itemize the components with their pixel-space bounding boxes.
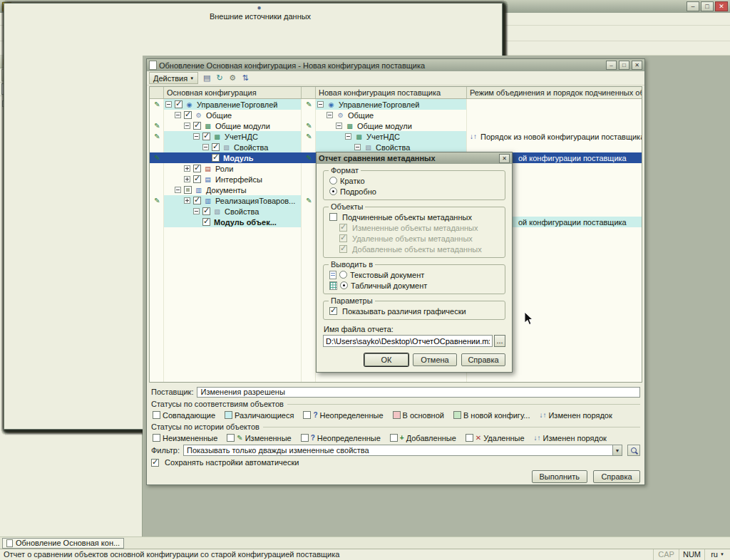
- row-checkbox[interactable]: [202, 133, 210, 140]
- order-icon[interactable]: ⇅: [239, 72, 252, 85]
- expand-icon[interactable]: [193, 133, 200, 140]
- settings-icon[interactable]: ⚙: [226, 72, 239, 85]
- changed-flag-icon: ✎: [306, 133, 312, 140]
- show-differences-option[interactable]: Показывать различия графически: [329, 306, 499, 316]
- status-bar: Отчет о сравнении объектов основной конф…: [0, 549, 730, 560]
- configuration-tree: ◉УправлениеТорговлей✎⚙Общие≡Константы▤Сп…: [0, 96, 142, 536]
- row-checkbox[interactable]: [193, 122, 201, 130]
- help-button[interactable]: Справка: [593, 470, 640, 483]
- expand-icon[interactable]: [327, 112, 333, 118]
- radio-selected-icon[interactable]: [340, 281, 348, 289]
- radio-selected-icon[interactable]: [329, 187, 337, 195]
- object-name: Общие модули: [356, 122, 413, 130]
- row-checkbox[interactable]: [175, 100, 182, 108]
- checkbox-icon[interactable]: [329, 213, 337, 221]
- run-button[interactable]: Выполнить: [532, 470, 587, 483]
- row-checkbox[interactable]: [193, 175, 201, 183]
- changed-flag-icon: ✎: [154, 122, 160, 130]
- changed-flag-icon: ✎: [154, 154, 160, 162]
- status-checkbox[interactable]: [393, 411, 401, 419]
- expand-icon[interactable]: [336, 123, 342, 129]
- dialog-title-bar[interactable]: Отчет сравнения метаданных: [317, 152, 512, 164]
- row-checkbox[interactable]: [202, 207, 210, 215]
- row-checkbox[interactable]: [212, 154, 220, 162]
- history-status-item-4: +Добавленные: [390, 434, 456, 442]
- expand-icon[interactable]: [354, 144, 361, 150]
- child-minimize-button[interactable]: [606, 61, 617, 70]
- status-label: Добавленные: [406, 434, 456, 442]
- comparison-row-4[interactable]: ✎▩УчетНДС✎▩УчетНДС↓↑Порядок из новой кон…: [150, 131, 642, 142]
- comparison-row-3[interactable]: ✎▩Общие модули✎▩Общие модули: [150, 120, 642, 131]
- refresh-icon[interactable]: ↻: [213, 72, 226, 85]
- update-actions-button[interactable]: Действия: [149, 72, 198, 84]
- expand-icon[interactable]: [202, 144, 209, 150]
- expand-icon[interactable]: [175, 112, 181, 118]
- report-filename-input[interactable]: [323, 335, 493, 347]
- ok-button[interactable]: ОК: [364, 353, 408, 366]
- dialog-close-button[interactable]: [499, 154, 510, 163]
- status-checkbox[interactable]: [390, 434, 398, 442]
- status-label: В новой конфигу...: [463, 411, 530, 420]
- child-maximize-button[interactable]: [619, 61, 629, 70]
- update-window-titlebar[interactable]: Обновление Основная конфигурация - Новая…: [147, 59, 644, 71]
- close-button[interactable]: [715, 1, 728, 11]
- cancel-button[interactable]: Отмена: [413, 353, 457, 366]
- expand-icon[interactable]: [317, 101, 324, 108]
- language-indicator[interactable]: ru: [704, 549, 730, 560]
- status-checkbox[interactable]: [153, 411, 160, 419]
- format-detailed-option[interactable]: Подробно: [329, 186, 499, 197]
- status-label: Совпадающие: [163, 411, 215, 420]
- table-document-option[interactable]: Табличный документ: [329, 280, 499, 291]
- status-checkbox[interactable]: [466, 434, 473, 442]
- row-checkbox[interactable]: [193, 165, 201, 172]
- autosave-checkbox[interactable]: [151, 459, 159, 467]
- expand-icon[interactable]: [184, 123, 190, 129]
- subordinate-objects-option[interactable]: Подчиненные объекты метаданных: [329, 212, 499, 222]
- format-brief-option[interactable]: Кратко: [329, 175, 499, 186]
- changed-flag-icon: ✎: [306, 197, 312, 204]
- status-checkbox[interactable]: [225, 411, 232, 419]
- object-name: Документы: [205, 186, 248, 195]
- expand-icon[interactable]: [184, 176, 190, 182]
- expand-icon[interactable]: [184, 197, 190, 204]
- status-checkbox[interactable]: [227, 434, 235, 442]
- supplier-field[interactable]: Изменения разрешены: [197, 387, 640, 398]
- row-checkbox[interactable]: [184, 186, 192, 194]
- radio-icon[interactable]: [329, 177, 337, 185]
- footer-buttons: Выполнить Справка: [151, 470, 640, 483]
- comparison-row-1[interactable]: ✎◉УправлениеТорговлей✎◉УправлениеТорговл…: [150, 99, 642, 110]
- checkbox-checked-icon[interactable]: [329, 307, 337, 315]
- status-checkbox[interactable]: [301, 434, 309, 442]
- expand-icon[interactable]: [345, 133, 351, 140]
- row-checkbox[interactable]: [193, 197, 201, 204]
- radio-icon[interactable]: [339, 271, 347, 279]
- row-checkbox[interactable]: [184, 111, 192, 119]
- browse-button[interactable]: ...: [494, 335, 505, 347]
- expand-icon[interactable]: [184, 165, 190, 172]
- sidebar-item-18[interactable]: ●Внешние источники данных: [4, 96, 142, 430]
- expand-icon[interactable]: [175, 187, 181, 193]
- status-checkbox[interactable]: [453, 411, 461, 419]
- filter-combobox[interactable]: Показывать только дважды измененные свой…: [183, 445, 622, 456]
- status-checkbox[interactable]: [153, 434, 160, 442]
- maximize-button[interactable]: [701, 1, 714, 11]
- child-close-button[interactable]: [632, 61, 642, 70]
- changed-flag-icon: ✎: [154, 133, 160, 140]
- dialog-help-button[interactable]: Справка: [461, 353, 505, 366]
- row-checkbox[interactable]: [212, 143, 220, 151]
- comparison-row-2[interactable]: ⚙Общие⚙Общие: [150, 110, 642, 120]
- text-document-option[interactable]: Текстовый документ: [329, 269, 499, 280]
- comparison-row-5[interactable]: ▧Свойства▧Свойства: [150, 142, 642, 152]
- expand-icon[interactable]: [193, 208, 200, 214]
- mouse-cursor: [525, 312, 533, 326]
- expand-icon[interactable]: [165, 101, 172, 108]
- status-checkbox[interactable]: [303, 411, 311, 419]
- open-object-icon[interactable]: ▤: [200, 72, 213, 85]
- row-checkbox[interactable]: [202, 218, 210, 226]
- objects-group: Объекты Подчиненные объекты метаданных И…: [323, 207, 505, 258]
- chevron-down-icon[interactable]: [612, 445, 622, 455]
- update-window-tab[interactable]: Обновление Основная кон...: [2, 538, 124, 549]
- minimize-button[interactable]: [687, 1, 699, 11]
- search-icon[interactable]: [627, 445, 640, 456]
- match-status-item-5: В новой конфигу...: [453, 411, 530, 420]
